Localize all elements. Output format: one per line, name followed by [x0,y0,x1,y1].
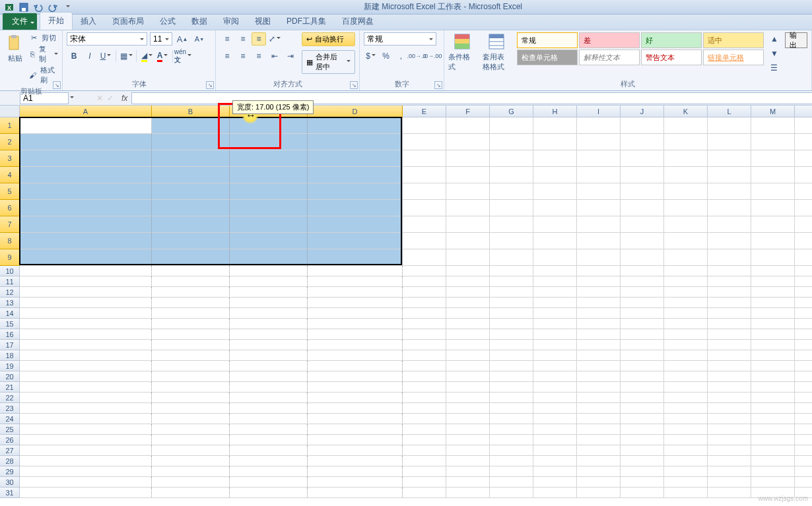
cell[interactable] [577,340,621,350]
cell[interactable] [751,445,795,456]
row-header-4[interactable]: 4 [0,167,20,183]
cell[interactable] [621,287,664,298]
excel-icon[interactable]: X [3,1,16,13]
cell[interactable] [20,403,152,414]
cell[interactable] [621,233,664,249]
cell[interactable] [446,233,490,249]
cell[interactable] [152,424,230,435]
cell[interactable] [490,150,533,167]
cell[interactable] [490,298,533,308]
cell[interactable] [533,445,577,456]
cell[interactable] [795,329,812,340]
cell[interactable] [403,329,446,340]
cell[interactable] [621,319,664,329]
cell[interactable] [533,298,577,308]
cell[interactable] [751,150,795,167]
cell[interactable] [230,403,308,414]
cell[interactable] [403,424,446,435]
comma-button[interactable]: , [394,49,408,63]
cell[interactable] [20,167,152,183]
cell[interactable] [152,200,230,216]
cell[interactable] [403,117,446,134]
cell[interactable] [20,134,152,150]
cell[interactable] [308,308,403,319]
cell[interactable] [230,435,308,445]
save-icon[interactable] [17,1,30,13]
name-box-dropdown[interactable] [69,94,74,103]
cell[interactable] [751,319,795,329]
cell[interactable] [708,382,751,393]
cell[interactable] [446,466,490,477]
row-header-16[interactable]: 16 [0,329,20,340]
cell[interactable] [751,466,795,477]
cell[interactable] [621,167,664,183]
col-header-D[interactable]: D [308,106,403,117]
cell[interactable] [795,308,812,319]
cell[interactable] [577,249,621,266]
cell[interactable] [664,167,708,183]
cell[interactable] [152,134,230,150]
cell[interactable] [533,308,577,319]
cell[interactable] [621,276,664,287]
cell[interactable] [577,183,621,200]
cell[interactable] [621,150,664,167]
cell[interactable] [751,435,795,445]
cell[interactable] [152,183,230,200]
cell[interactable] [621,216,664,233]
cell[interactable] [577,350,621,361]
cell[interactable] [20,340,152,350]
cell[interactable] [621,371,664,382]
cell[interactable] [20,216,152,233]
cell[interactable] [708,319,751,329]
cell[interactable] [20,445,152,456]
cell[interactable] [446,183,490,200]
cell[interactable] [533,167,577,183]
cell[interactable] [446,287,490,298]
cell[interactable] [403,200,446,216]
cell[interactable] [751,477,795,488]
cell[interactable] [308,403,403,414]
cell[interactable] [308,414,403,424]
cell[interactable] [577,477,621,488]
tab-data[interactable]: 数据 [184,13,215,30]
cell[interactable] [533,276,577,287]
row-header-25[interactable]: 25 [0,424,20,435]
cell[interactable] [533,424,577,435]
redo-icon[interactable] [46,1,59,13]
cell[interactable] [230,308,308,319]
cell[interactable] [664,249,708,266]
cell[interactable] [490,329,533,340]
cell[interactable] [230,134,308,150]
cell[interactable] [533,403,577,414]
cell[interactable] [577,200,621,216]
cell[interactable] [308,329,403,340]
col-header-F[interactable]: F [446,106,490,117]
cell[interactable] [795,134,812,150]
cell[interactable] [20,477,152,488]
cell[interactable] [230,350,308,361]
cell[interactable] [577,329,621,340]
cell[interactable] [751,393,795,403]
cell[interactable] [308,233,403,249]
cell[interactable] [446,456,490,466]
cell[interactable] [403,298,446,308]
cell[interactable] [751,287,795,298]
tab-home[interactable]: 开始 [40,12,73,30]
cell[interactable] [308,393,403,403]
align-center-button[interactable]: ≡ [236,49,250,63]
cell[interactable] [664,424,708,435]
cell[interactable] [621,134,664,150]
cell[interactable] [795,340,812,350]
cell[interactable] [403,350,446,361]
cell[interactable] [490,435,533,445]
cell[interactable] [403,361,446,371]
align-right-button[interactable]: ≡ [252,49,266,63]
cell[interactable] [533,477,577,488]
cell[interactable] [152,488,230,498]
cell[interactable] [490,183,533,200]
cell[interactable] [403,340,446,350]
cancel-formula-icon[interactable]: ✕ [96,94,103,103]
cell[interactable] [621,249,664,266]
cell[interactable] [795,298,812,308]
cell[interactable] [152,445,230,456]
